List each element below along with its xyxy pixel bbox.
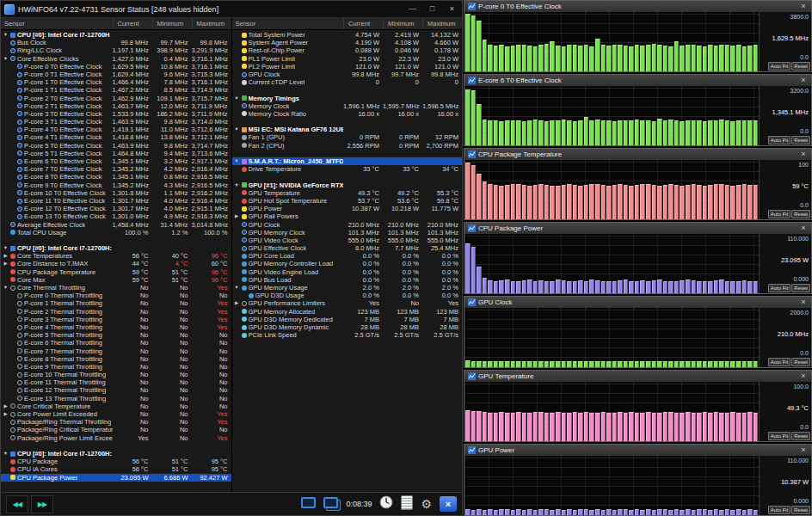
auto-fit-button[interactable]: Auto Fit [768,210,791,218]
column-header-minimum[interactable]: Minimum [383,18,422,29]
reset-button[interactable]: Reset [791,284,810,292]
sensor-row-pl2-power-limit[interactable]: PL2 Power Limit121.0 W121.0 W121.0 W [232,63,463,71]
collapse-icon[interactable]: ▼ [234,157,240,165]
auto-fit-button[interactable]: Auto Fit [768,62,791,71]
sensor-row-total-system-power[interactable]: Total System Power4.754 W2.419 W14.132 W [232,31,463,39]
graph-titlebar[interactable]: GPU Power× [464,445,811,456]
sensor-row-core-power-limit-exceeded[interactable]: ▶Core Power Limit ExceededNoNoYes [1,410,231,418]
sensor-row-gpu-video-engine-load[interactable]: GPU Video Engine Load0.0 %0.0 %0.0 % [232,268,463,276]
sensor-row-gpu-memory-controller-load[interactable]: GPU Memory Controller Load0.0 %0.0 %0.0 … [232,260,463,267]
close-icon[interactable]: × [799,75,808,86]
report-button[interactable] [401,495,413,513]
auto-fit-button[interactable]: Auto Fit [768,358,791,366]
sensor-row-e-core-12-t0-effective-clock[interactable]: E-core 12 T0 Effective Clock1,301.7 MHz4… [1,205,231,212]
sensor-row-core-temperatures[interactable]: ▶Core Temperatures56 °C40 °C96 °C [1,252,231,260]
minimize-button[interactable]: — [404,3,421,15]
sensor-group-cpu-0-intel-core-i7-12700h-dts[interactable]: ▼CPU [#0]: Intel Core i7-12700H: DTS [1,244,231,252]
close-icon[interactable]: × [799,371,808,382]
sensor-row-gpu-d3d-usage[interactable]: GPU D3D Usage0.0 %0.0 %0.0 % [232,292,463,299]
sensor-row-e-core-8-thermal-throttling[interactable]: E-core 8 Thermal ThrottlingNoNoNo [1,355,231,363]
sensor-row-gpu-memory-clock[interactable]: GPU Memory Clock101.3 MHz101.3 MHz101.3 … [232,229,463,236]
auto-fit-button[interactable]: Auto Fit [768,136,791,144]
sensor-group-cpu-0-intel-core-i7-12700h-enhanced[interactable]: ▼CPU [#0]: Intel Core i7-12700H: Enhance… [1,450,231,458]
sensor-row-e-core-10-thermal-throttling[interactable]: E-core 10 Thermal ThrottlingNoNoNo [1,371,231,378]
sensor-row-p-core-0-t0-effective-clock[interactable]: P-core 0 T0 Effective Clock1,629.5 MHz10… [1,63,231,71]
graph-titlebar[interactable]: E-core 6 T0 Effective Clock× [464,75,811,86]
sensor-row-p-core-5-thermal-throttling[interactable]: P-core 5 Thermal ThrottlingNoNoNo [1,331,231,339]
sensor-row-gpu-power[interactable]: GPU Power10.387 W10.218 W11.775 W [232,205,463,212]
reset-button[interactable]: Reset [791,210,810,218]
sensor-row-p-core-4-t1-effective-clock[interactable]: P-core 4 T1 Effective Clock1,418.8 MHz13… [1,133,231,141]
sensor-row-p-core-0-t1-effective-clock[interactable]: P-core 0 T1 Effective Clock1,629.4 MHz9.… [1,71,231,78]
sensor-row-e-core-9-thermal-throttling[interactable]: E-core 9 Thermal ThrottlingNoNoNo [1,363,231,371]
collapse-icon[interactable]: ▼ [234,284,240,292]
sensor-row-gpu-d3d-memory-dedicated[interactable]: GPU D3D Memory Dedicated7 MB7 MB7 MB [232,316,463,323]
sensor-row-gpu-bus-load[interactable]: GPU Bus Load0.0 %0.0 %0.0 % [232,276,463,284]
sensor-row-system-agent-power[interactable]: System Agent Power4.190 W4.108 W4.660 W [232,39,463,46]
show-all-graphs-button[interactable] [323,496,338,512]
sensor-list-right[interactable]: Total System Power4.754 W2.419 W14.132 W… [232,30,463,492]
sensor-row-package-ring-power-limit-exceeded[interactable]: Package/Ring Power Limit ExceededYesNoYe… [1,434,231,442]
collapse-icon[interactable]: ▼ [234,181,240,189]
sensor-row-fan-1-gpu[interactable]: Fan 1 (GPU)0 RPM0 RPM12 RPM [232,133,463,141]
sensor-row-e-core-12-thermal-throttling[interactable]: E-core 12 Thermal ThrottlingNoNoNo [1,386,231,394]
auto-fit-button[interactable]: Auto Fit [768,506,791,514]
maximize-button[interactable]: □ [424,3,440,15]
sensor-row-core-distance-to-tjmax[interactable]: ▶Core Distance to TJMAX44 °C4 °C60 °C [1,260,231,267]
show-graph-button[interactable] [301,496,316,512]
sensor-row-p-core-2-t1-effective-clock[interactable]: P-core 2 T1 Effective Clock1,463.7 MHz12… [1,102,231,110]
reset-button[interactable]: Reset [791,506,810,514]
collapse-icon[interactable]: ▼ [3,55,9,63]
column-header-current[interactable]: Current [343,18,383,29]
sensor-row-core-max[interactable]: Core Max59 °C51 °C96 °C [1,276,231,284]
sensor-row-cpu-package-temperature[interactable]: CPU Package Temperature59 °C51 °C96 °C [1,268,231,276]
sensor-row-cpu-package-power[interactable]: CPU Package Power23.095 W6.686 W92.427 W [1,474,231,482]
move-column-right-button[interactable]: ▶▶ [31,495,53,513]
graph-titlebar[interactable]: GPU Clock× [464,297,811,308]
sensor-row-p-core-3-thermal-throttling[interactable]: P-core 3 Thermal ThrottlingNoNoYes [1,316,231,323]
sensor-row-fan-2-cpu[interactable]: Fan 2 (CPU)2,556 RPM0 RPM2,700 RPM [232,142,463,150]
expand-icon[interactable]: ▶ [3,402,9,410]
auto-fit-button[interactable]: Auto Fit [768,432,791,440]
sensor-group-msi-ec-msi-katana-gf76-12ue[interactable]: ▼MSI EC: MSI Katana GF76 12UE [232,126,463,133]
sensor-row-gpu-temperature[interactable]: GPU Temperature49.3 °C49.2 °C55.3 °C [232,189,463,197]
sensor-row-gpu-core-load[interactable]: GPU Core Load0.0 %0.0 %0.0 % [232,252,463,260]
reset-button[interactable]: Reset [791,62,810,71]
expand-icon[interactable]: ▶ [3,260,9,267]
sensor-row-gpu-clock[interactable]: GPU Clock210.0 MHz210.0 MHz210.0 MHz [232,221,463,229]
sensor-row-e-core-8-t0-effective-clock[interactable]: E-core 8 T0 Effective Clock1,345.1 MHz0.… [1,173,231,181]
sensor-row-e-core-6-t0-effective-clock[interactable]: E-core 6 T0 Effective Clock1,345.1 MHz3.… [1,157,231,165]
window-titlebar[interactable]: HWiNFO64 v7.22-4731 Sensor Status [248 v… [1,1,462,18]
close-icon[interactable]: × [799,223,808,234]
sensor-row-gpu-d3d-memory-dynamic[interactable]: GPU D3D Memory Dynamic28 MB28 MB28 MB [232,323,463,331]
sensor-row-e-core-7-thermal-throttling[interactable]: E-core 7 Thermal ThrottlingNoNoNo [1,347,231,355]
sensor-row-e-core-13-thermal-throttling[interactable]: E-core 13 Thermal ThrottlingNoNoNo [1,395,231,402]
sensor-row-p-core-2-thermal-throttling[interactable]: P-core 2 Thermal ThrottlingNoNoYes [1,308,231,316]
auto-fit-button[interactable]: Auto Fit [768,284,791,292]
sensor-row-e-core-7-t0-effective-clock[interactable]: E-core 7 T0 Effective Clock1,345.2 MHz4.… [1,165,231,173]
sensor-row-ring-llc-clock[interactable]: Ring/LLC Clock1,197.1 MHz398.9 MHz3,291.… [1,46,231,54]
reset-button[interactable]: Reset [791,136,810,144]
sensor-row-gpu-effective-clock[interactable]: GPU Effective Clock8.0 MHz7.7 MHz25.4 MH… [232,244,463,252]
collapse-icon[interactable]: ▼ [3,31,9,39]
sensor-row-p-core-1-thermal-throttling[interactable]: P-core 1 Thermal ThrottlingNoNoYes [1,299,231,307]
column-header-maximum[interactable]: Maximum [422,18,462,29]
sensor-row-gpu-memory-allocated[interactable]: GPU Memory Allocated123 MB123 MB123 MB [232,308,463,316]
move-column-left-button[interactable]: ◀◀ [6,495,28,513]
column-header-sensor[interactable]: Sensor [232,18,344,29]
sensor-row-p-core-0-thermal-throttling[interactable]: P-core 0 Thermal ThrottlingNoNoNo [1,292,231,299]
expand-icon[interactable]: ▶ [3,252,9,260]
sensor-group-s-m-a-r-t-micron-2450-mtfdkba1t[interactable]: ▼S.M.A.R.T.: Micron_2450_MTFDKBA1T... [232,157,463,165]
sensor-row-core-critical-temperature[interactable]: ▶Core Critical TemperatureNoNoNo [1,402,231,410]
sensor-row-gpu-hot-spot-temperature[interactable]: GPU Hot Spot Temperature53.7 °C53.6 °C59… [232,197,463,205]
collapse-icon[interactable]: ▼ [234,95,240,102]
expand-icon[interactable]: ▶ [234,212,240,220]
reset-button[interactable]: Reset [791,432,810,440]
sensor-row-cpu-package[interactable]: CPU Package56 °C51 °C95 °C [1,458,231,465]
sensor-row-pcie-link-speed[interactable]: PCIe Link Speed2.5 GT/s2.5 GT/s2.5 GT/s [232,331,463,339]
sensor-row-p-core-4-thermal-throttling[interactable]: P-core 4 Thermal ThrottlingNoNoYes [1,323,231,331]
sensor-group-memory-timings[interactable]: ▼Memory Timings [232,95,463,102]
sensor-row-p-core-3-t0-effective-clock[interactable]: P-core 3 T0 Effective Clock1,533.9 MHz18… [1,110,231,118]
sensor-group-cpu-0-intel-core-i7-12700h[interactable]: ▼CPU [#0]: Intel Core i7-12700H [1,31,231,39]
settings-gear-icon[interactable]: ⚙ [421,498,432,510]
